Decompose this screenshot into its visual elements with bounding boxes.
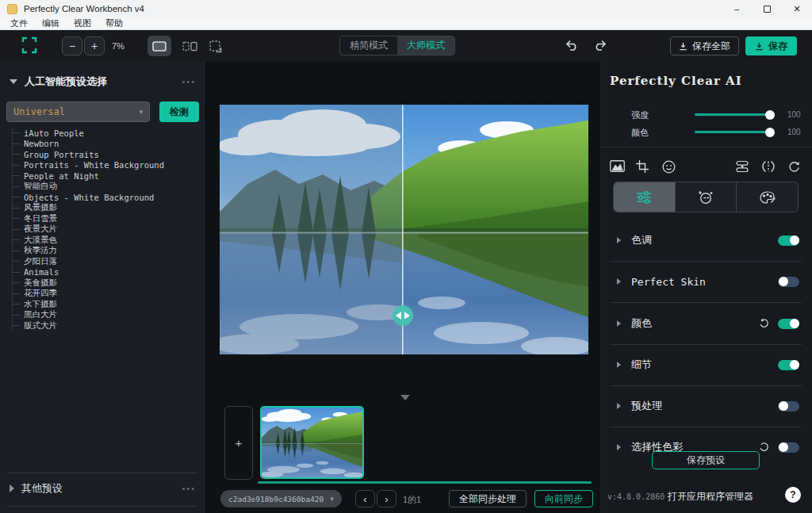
menubar: 文件 编辑 视图 帮助: [0, 17, 812, 30]
preset-item[interactable]: 夜景大片: [13, 224, 201, 235]
compare-split-handle[interactable]: [393, 305, 413, 326]
zoom-out-button[interactable]: −: [62, 36, 82, 56]
preview-area: + c2ad3e918b9c4360ba420 ▼ ‹ › 1的1 全部同步处理…: [207, 61, 599, 513]
filmstrip-collapse-icon[interactable]: [400, 395, 410, 400]
open-app-manager-link[interactable]: 打开应用程序管理器: [668, 490, 753, 503]
histogram-icon[interactable]: [610, 160, 625, 172]
reset-icon[interactable]: [759, 318, 769, 328]
menu-view[interactable]: 视图: [67, 17, 98, 29]
preset-item[interactable]: 风景摄影: [13, 203, 201, 214]
filmstrip-scrollbar[interactable]: [258, 481, 592, 484]
reapply-icon[interactable]: [788, 160, 800, 172]
expand-arrow-icon: [10, 484, 14, 492]
preset-item[interactable]: 冬日雪景: [13, 213, 201, 224]
preset-item[interactable]: Portraits - White Background: [13, 160, 201, 171]
zoom-level: 7%: [112, 41, 124, 51]
sync-all-button[interactable]: 全部同步处理: [449, 490, 527, 507]
preset-item[interactable]: 版式大片: [13, 320, 201, 331]
split-screen-icon[interactable]: [736, 160, 749, 173]
tab-looks[interactable]: [736, 182, 798, 212]
preset-item[interactable]: People at Night: [13, 170, 201, 182]
strength-value: 100: [787, 110, 801, 119]
preset-dropdown-value: Universal: [13, 106, 65, 117]
section-details[interactable]: 细节: [599, 357, 812, 373]
section-color[interactable]: 颜色: [599, 316, 812, 331]
reset-icon[interactable]: [759, 442, 769, 452]
preset-item[interactable]: 夕阳日落: [13, 256, 201, 267]
tone-toggle[interactable]: [778, 235, 799, 246]
before-after-icon[interactable]: [762, 160, 775, 173]
save-button[interactable]: 保存: [745, 36, 797, 56]
preset-item[interactable]: 水下摄影: [13, 299, 201, 310]
preset-item[interactable]: Group Portraits: [13, 149, 201, 160]
sync-forward-button[interactable]: 向前同步: [534, 490, 593, 507]
prev-image-button[interactable]: ‹: [355, 490, 375, 507]
single-view-button[interactable]: [147, 36, 171, 56]
expand-arrow-icon: [617, 444, 621, 450]
color-value: 100: [787, 128, 801, 136]
slider-thumb[interactable]: [765, 110, 775, 120]
app-window: Perfectly Clear Workbench v4 – ✕ 文件 编辑 视…: [0, 0, 812, 513]
save-preset-button[interactable]: 保存预设: [652, 451, 760, 469]
section-tone[interactable]: 色调: [599, 232, 812, 248]
details-toggle[interactable]: [778, 360, 799, 370]
undo-button[interactable]: [565, 39, 579, 52]
more-options-icon[interactable]: •••: [182, 77, 196, 86]
minimize-button[interactable]: –: [722, 0, 752, 17]
preset-item[interactable]: Newborn: [13, 139, 201, 150]
download-icon: [755, 42, 764, 51]
selective-color-toggle[interactable]: [778, 442, 799, 453]
preset-item[interactable]: 秋季活力: [13, 246, 201, 257]
zoom-in-button[interactable]: +: [84, 36, 105, 56]
strength-label: 强度: [631, 109, 649, 121]
preset-item[interactable]: Animals: [13, 267, 201, 278]
split-view-button[interactable]: [178, 36, 201, 56]
color-toggle[interactable]: [778, 319, 799, 329]
preset-item[interactable]: 大漠景色: [13, 235, 201, 246]
expand-arrow-icon: [617, 237, 621, 243]
preprocess-toggle[interactable]: [778, 401, 799, 412]
other-presets-header[interactable]: 其他预设 •••: [10, 481, 196, 496]
menu-file[interactable]: 文件: [3, 17, 35, 29]
filename-dropdown[interactable]: c2ad3e918b9c4360ba420 ▼: [220, 490, 342, 507]
face-icon[interactable]: [662, 160, 676, 174]
section-perfect-skin[interactable]: Perfect Skin: [599, 274, 812, 289]
image-preview[interactable]: [220, 105, 588, 354]
divider: [610, 302, 802, 303]
image-thumbnail[interactable]: [260, 406, 364, 479]
tab-adjustments[interactable]: [614, 182, 675, 212]
slider-thumb[interactable]: [765, 128, 775, 137]
preset-item[interactable]: 智能自动: [13, 182, 201, 193]
preset-dropdown[interactable]: Universal ▼: [6, 101, 150, 122]
version-label: v:4.8.0.2860: [607, 492, 665, 501]
section-preprocess[interactable]: 预处理: [599, 398, 812, 414]
adjustments-panel: Perfectly Clear AI 强度 100 颜色 100: [599, 61, 812, 513]
menu-help[interactable]: 帮助: [98, 17, 130, 29]
expand-arrow-icon: [617, 278, 621, 285]
preset-panel-header[interactable]: 人工智能预设选择 •••: [10, 75, 196, 89]
redo-button[interactable]: [593, 39, 607, 52]
preset-item[interactable]: 花开四季: [13, 289, 201, 300]
help-button[interactable]: ?: [785, 487, 801, 503]
crop-view-button[interactable]: [203, 36, 227, 56]
tab-simple-mode[interactable]: 精简模式: [340, 36, 397, 55]
more-options-icon[interactable]: •••: [182, 484, 196, 493]
tab-master-mode[interactable]: 大师模式: [397, 36, 454, 55]
close-button[interactable]: ✕: [782, 0, 812, 17]
strength-slider[interactable]: [695, 113, 770, 116]
tab-retouch[interactable]: [675, 182, 737, 212]
color-slider[interactable]: [695, 131, 770, 133]
next-image-button[interactable]: ›: [377, 490, 396, 507]
preset-item[interactable]: iAuto People: [13, 128, 201, 139]
menu-edit[interactable]: 编辑: [35, 17, 67, 29]
preset-item[interactable]: 美食摄影: [13, 278, 201, 289]
preset-item[interactable]: 黑白大片: [13, 310, 201, 321]
preset-item[interactable]: Objects - White Background: [13, 192, 201, 203]
maximize-button[interactable]: [752, 0, 782, 17]
crop-icon[interactable]: [636, 160, 649, 173]
add-image-button[interactable]: +: [224, 406, 253, 480]
perfect-skin-toggle[interactable]: [778, 277, 799, 287]
save-all-button[interactable]: 保存全部: [670, 36, 739, 56]
adjustment-sections: 色调 Perfect Skin 颜色 细节: [599, 220, 812, 457]
detect-button[interactable]: 检测: [159, 101, 199, 122]
